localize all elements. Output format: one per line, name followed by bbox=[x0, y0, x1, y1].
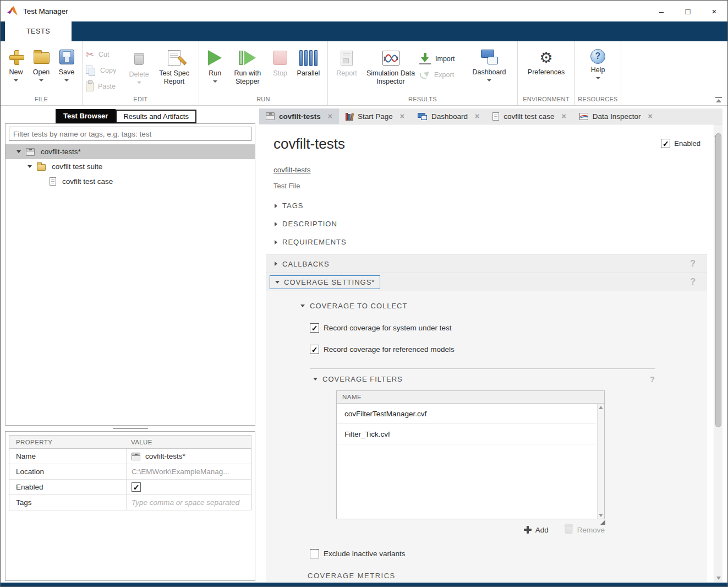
sdi-waves-icon bbox=[382, 51, 399, 66]
run-button[interactable]: Run bbox=[202, 44, 227, 83]
chevron-right-icon bbox=[275, 222, 277, 226]
main-scrollbar[interactable] bbox=[714, 124, 722, 582]
group-label-file: FILE bbox=[1, 94, 82, 105]
test-case-icon bbox=[492, 112, 499, 121]
doc-tab-covfilt-tests[interactable]: covfilt-tests × bbox=[259, 108, 339, 124]
coverage-filters-header[interactable]: COVERAGE FILTERS ? bbox=[313, 374, 655, 384]
page-title: covfilt-tests bbox=[273, 135, 714, 153]
left-panel: Test Browser Results and Artifacts covfi… bbox=[5, 108, 255, 581]
exclude-variants-checkbox[interactable] bbox=[310, 549, 319, 558]
close-button[interactable]: × bbox=[701, 1, 727, 21]
property-row-enabled[interactable]: Enabled ✓ bbox=[9, 480, 251, 495]
close-icon[interactable]: × bbox=[648, 112, 652, 121]
open-button[interactable]: Open bbox=[28, 44, 54, 81]
help-icon[interactable]: ? bbox=[690, 259, 696, 269]
paste-button[interactable]: Paste bbox=[86, 80, 125, 93]
report-pencil-icon bbox=[168, 50, 180, 66]
enabled-checkbox[interactable]: ✓ bbox=[661, 139, 670, 148]
coverage-metrics-header[interactable]: COVERAGE METRICS bbox=[308, 572, 707, 580]
export-button[interactable]: Export bbox=[419, 68, 466, 81]
save-button[interactable]: Save bbox=[54, 44, 79, 81]
doc-tab-data-inspector[interactable]: Data Inspector × bbox=[573, 108, 659, 124]
stop-button[interactable]: Stop bbox=[267, 44, 292, 78]
title-bar: Test Manager – □ × bbox=[1, 1, 727, 21]
filter-tests-input[interactable] bbox=[9, 127, 251, 141]
help-question-icon: ? bbox=[590, 49, 605, 64]
tab-results-and-artifacts[interactable]: Results and Artifacts bbox=[116, 110, 196, 123]
report-button[interactable]: Report bbox=[331, 44, 362, 78]
open-folder-icon bbox=[34, 52, 50, 64]
group-run: Run Run with Stepper Stop Parallel RUN bbox=[199, 41, 328, 105]
minimize-button[interactable]: – bbox=[648, 1, 675, 21]
coverage-settings-body: COVERAGE TO COLLECT ✓ Record coverage fo… bbox=[266, 291, 707, 582]
delete-button[interactable]: Delete bbox=[125, 44, 153, 84]
copy-icon bbox=[86, 66, 96, 75]
test-file-icon bbox=[132, 453, 140, 460]
run-with-stepper-button[interactable]: Run with Stepper bbox=[227, 44, 267, 86]
parallel-bars-icon bbox=[299, 50, 318, 66]
group-label-run: RUN bbox=[199, 94, 327, 105]
scrollbar-thumb[interactable] bbox=[715, 133, 721, 427]
test-spec-report-button[interactable]: Test Spec Report bbox=[153, 44, 195, 86]
section-callbacks[interactable]: CALLBACKS ? bbox=[266, 254, 707, 273]
property-row-tags[interactable]: Tags Type comma or space separated bbox=[9, 495, 251, 510]
copy-button[interactable]: Copy bbox=[86, 64, 125, 77]
help-icon[interactable]: ? bbox=[690, 277, 696, 287]
filter-file-row[interactable]: covFilterTestManager.cvf bbox=[337, 404, 596, 424]
browser-tab-strip: Test Browser Results and Artifacts bbox=[5, 108, 255, 123]
section-tags[interactable]: TAGS bbox=[259, 197, 714, 215]
close-icon[interactable]: × bbox=[328, 112, 332, 121]
doc-tab-covfilt-test-case[interactable]: covfilt test case × bbox=[486, 108, 572, 124]
export-arrow-icon bbox=[419, 70, 430, 79]
doc-tab-start-page[interactable]: Start Page × bbox=[339, 108, 411, 124]
record-ref-checkbox[interactable]: ✓ bbox=[310, 345, 319, 354]
tab-test-browser[interactable]: Test Browser bbox=[56, 109, 116, 123]
scroll-down-icon[interactable] bbox=[599, 514, 603, 517]
dashboard-button[interactable]: Dashboard bbox=[466, 44, 513, 81]
cut-button[interactable]: Cut bbox=[86, 48, 125, 61]
window-title: Test Manager bbox=[23, 7, 68, 15]
help-button[interactable]: ? Help bbox=[582, 44, 615, 79]
report-doc-icon bbox=[341, 51, 353, 66]
scroll-up-icon[interactable] bbox=[599, 406, 603, 409]
chevron-expanded-icon[interactable] bbox=[28, 165, 32, 168]
simulation-data-inspector-button[interactable]: Simulation Data Inspector bbox=[362, 44, 419, 86]
close-icon[interactable]: × bbox=[400, 112, 404, 121]
doc-tab-dashboard[interactable]: Dashboard × bbox=[411, 108, 486, 124]
remove-filter-button[interactable]: Remove bbox=[564, 525, 605, 535]
collapse-ribbon-icon[interactable] bbox=[715, 97, 722, 102]
new-button[interactable]: New bbox=[4, 44, 28, 81]
coverage-to-collect-header[interactable]: COVERAGE TO COLLECT bbox=[300, 302, 707, 310]
import-button[interactable]: Import bbox=[419, 52, 466, 65]
panel-splitter[interactable] bbox=[5, 426, 255, 431]
chevron-down-icon bbox=[313, 378, 318, 381]
maximize-button[interactable]: □ bbox=[675, 1, 701, 21]
table-scrollbar[interactable] bbox=[597, 404, 604, 519]
tags-input[interactable]: Type comma or space separated bbox=[126, 495, 251, 510]
test-file-link[interactable]: covfilt-tests bbox=[273, 166, 311, 174]
close-icon[interactable]: × bbox=[561, 112, 566, 121]
tree-item-test-file[interactable]: covfilt-tests* bbox=[6, 144, 255, 159]
filter-file-row[interactable]: Filter_Tick.cvf bbox=[337, 424, 596, 444]
tree-item-test-case[interactable]: covfilt test case bbox=[6, 174, 255, 189]
help-icon[interactable]: ? bbox=[650, 374, 655, 384]
section-requirements[interactable]: REQUIREMENTS bbox=[259, 233, 714, 251]
section-coverage-settings[interactable]: COVERAGE SETTINGS* ? bbox=[266, 273, 707, 291]
close-icon[interactable]: × bbox=[475, 112, 479, 121]
property-row-location[interactable]: Location C:\EMWork\ExampleManag... bbox=[9, 464, 251, 480]
data-inspector-icon bbox=[579, 113, 588, 120]
property-row-name[interactable]: Name covfilt-tests* bbox=[9, 449, 251, 464]
scroll-down-icon[interactable] bbox=[716, 577, 721, 580]
enabled-checkbox[interactable]: ✓ bbox=[132, 482, 141, 492]
tab-tests[interactable]: TESTS bbox=[5, 21, 72, 41]
resize-grip-icon[interactable] bbox=[600, 520, 605, 525]
parallel-button[interactable]: Parallel bbox=[293, 44, 324, 78]
chevron-expanded-icon[interactable] bbox=[17, 150, 21, 153]
enabled-toggle: ✓ Enabled bbox=[661, 139, 700, 148]
add-filter-button[interactable]: Add bbox=[524, 526, 549, 534]
tree-item-test-suite[interactable]: covfilt test suite bbox=[6, 159, 255, 174]
record-sut-checkbox[interactable]: ✓ bbox=[310, 323, 319, 333]
preferences-button[interactable]: Preferences bbox=[521, 44, 571, 77]
section-description[interactable]: DESCRIPTION bbox=[259, 215, 714, 233]
books-icon bbox=[346, 112, 353, 121]
